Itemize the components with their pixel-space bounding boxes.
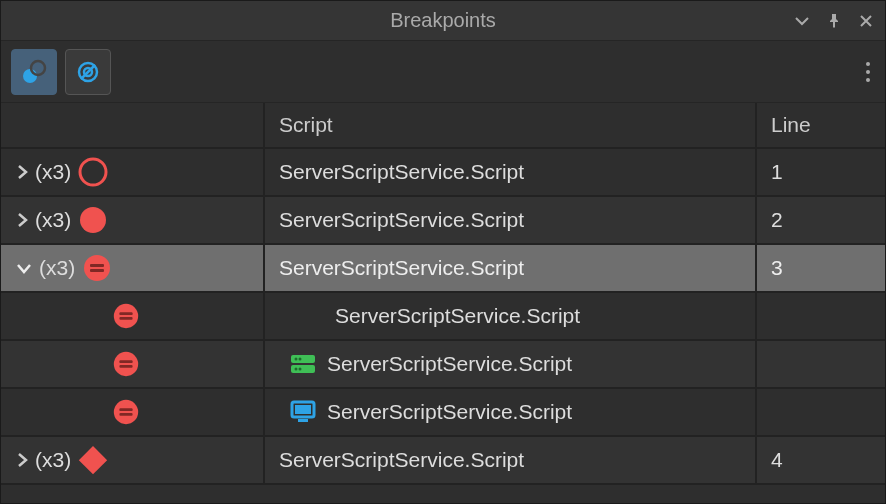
disabled-breakpoint-filter-button[interactable]	[65, 49, 111, 95]
line-cell	[757, 389, 885, 435]
breakpoints-panel: Breakpoints	[0, 0, 886, 504]
svg-point-25	[114, 400, 138, 424]
svg-rect-14	[119, 312, 132, 315]
script-cell: ServerScriptService.Script	[327, 352, 572, 376]
svg-point-9	[80, 207, 106, 233]
svg-rect-29	[295, 405, 311, 414]
breakpoint-conditional-icon	[111, 349, 141, 379]
script-cell: ServerScriptService.Script	[335, 304, 580, 328]
count-label: (x3)	[35, 448, 71, 472]
script-cell: ServerScriptService.Script	[265, 245, 757, 291]
dropdown-icon[interactable]	[791, 10, 813, 32]
table-row[interactable]: ServerScriptService.Script	[1, 341, 885, 389]
svg-rect-31	[79, 446, 107, 474]
svg-point-22	[299, 358, 302, 361]
svg-point-0	[23, 69, 37, 83]
count-label: (x3)	[35, 208, 71, 232]
breakpoint-conditional-icon	[111, 301, 141, 331]
line-cell: 4	[757, 437, 885, 483]
script-cell: ServerScriptService.Script	[265, 437, 757, 483]
svg-point-8	[80, 159, 106, 185]
header-script[interactable]: Script	[265, 103, 757, 147]
breakpoint-filter-button[interactable]	[11, 49, 57, 95]
chevron-down-icon[interactable]	[15, 261, 33, 275]
breakpoint-conditional-icon	[81, 252, 113, 284]
svg-point-16	[114, 352, 138, 376]
table-row[interactable]: (x3) ServerScriptService.Script 1	[1, 149, 885, 197]
line-cell: 1	[757, 149, 885, 195]
count-label: (x3)	[39, 256, 75, 280]
titlebar: Breakpoints	[1, 1, 885, 41]
svg-rect-26	[119, 408, 132, 411]
more-options-icon[interactable]	[865, 41, 871, 102]
svg-point-6	[866, 70, 870, 74]
script-cell: ServerScriptService.Script	[265, 149, 757, 195]
svg-point-23	[295, 368, 298, 371]
panel-title: Breakpoints	[390, 9, 496, 32]
svg-rect-12	[90, 269, 104, 272]
table-row[interactable]: (x3) ServerScriptService.Script 3	[1, 245, 885, 293]
svg-point-7	[866, 78, 870, 82]
script-cell: ServerScriptService.Script	[327, 400, 572, 424]
server-icon	[289, 352, 317, 376]
svg-point-21	[295, 358, 298, 361]
svg-point-5	[866, 62, 870, 66]
breakpoint-enabled-icon	[77, 204, 109, 236]
svg-rect-30	[298, 419, 308, 422]
header-line[interactable]: Line	[757, 103, 885, 147]
line-cell	[757, 293, 885, 339]
chevron-right-icon[interactable]	[15, 211, 29, 229]
pin-icon[interactable]	[823, 10, 845, 32]
rows-container: (x3) ServerScriptService.Script 1 (x3) S…	[1, 149, 885, 485]
line-cell	[757, 341, 885, 387]
table-row[interactable]: (x3) ServerScriptService.Script 4	[1, 437, 885, 485]
table-row[interactable]: (x3) ServerScriptService.Script 2	[1, 197, 885, 245]
svg-point-10	[84, 255, 110, 281]
svg-rect-27	[119, 413, 132, 416]
titlebar-controls	[791, 1, 877, 40]
svg-rect-11	[90, 264, 104, 267]
svg-point-24	[299, 368, 302, 371]
chevron-right-icon[interactable]	[15, 163, 29, 181]
line-cell: 2	[757, 197, 885, 243]
svg-rect-18	[119, 365, 132, 368]
close-icon[interactable]	[855, 10, 877, 32]
count-label: (x3)	[35, 160, 71, 184]
svg-point-1	[31, 61, 45, 75]
breakpoint-logpoint-icon	[77, 444, 109, 476]
svg-point-13	[114, 304, 138, 328]
client-monitor-icon	[289, 399, 317, 425]
toolbar	[1, 41, 885, 103]
table-row[interactable]: ServerScriptService.Script	[1, 293, 885, 341]
column-headers: Script Line	[1, 103, 885, 149]
line-cell: 3	[757, 245, 885, 291]
svg-rect-17	[119, 360, 132, 363]
chevron-right-icon[interactable]	[15, 451, 29, 469]
breakpoint-disabled-icon	[77, 156, 109, 188]
header-blank[interactable]	[1, 103, 265, 147]
svg-rect-15	[119, 317, 132, 320]
table-row[interactable]: ServerScriptService.Script	[1, 389, 885, 437]
script-cell: ServerScriptService.Script	[265, 197, 757, 243]
breakpoint-conditional-icon	[111, 397, 141, 427]
